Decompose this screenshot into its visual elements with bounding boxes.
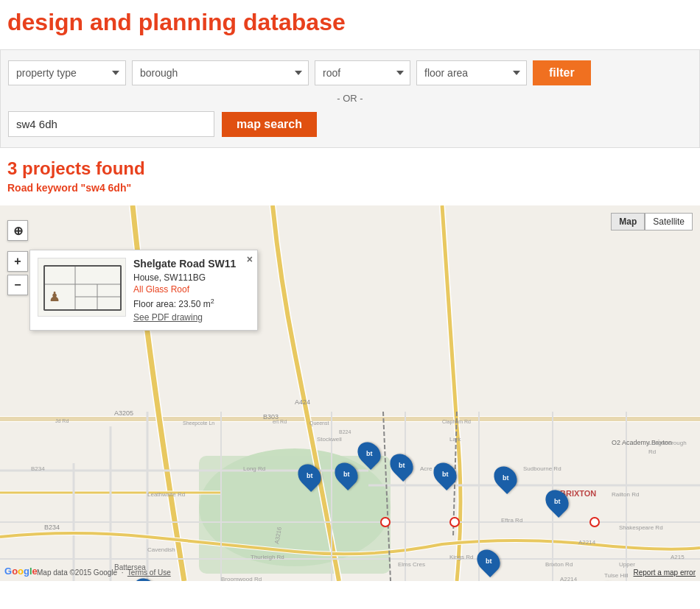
search-input[interactable] [8,111,214,137]
popup-roof-type: All Glass Roof [133,284,236,295]
svg-point-34 [590,518,599,527]
popup-close-button[interactable]: × [247,253,253,265]
map-marker-6[interactable]: bt [495,465,516,490]
google-logo: Google [4,566,38,577]
keyword-prefix: Road keyword [7,182,81,194]
map-footer: Report a map error [634,568,696,577]
svg-text:Shakespeare Rd: Shakespeare Rd [619,524,663,531]
svg-text:Leathwaite Rd: Leathwaite Rd [147,491,185,498]
property-type-select[interactable]: property type [8,60,126,85]
svg-text:Long Rd: Long Rd [243,465,265,472]
map-data-label: Map data ©2015 Google [37,568,117,577]
terms-of-use[interactable]: Terms of Use [127,568,171,577]
results-count: 3 projects found [7,158,693,179]
svg-text:A2214: A2214 [560,576,578,581]
svg-text:B234: B234 [44,524,60,531]
svg-text:Tulse Hill: Tulse Hill [604,572,629,579]
svg-text:Clapham Rd: Clapham Rd [442,419,471,425]
map-marker-5[interactable]: bt [435,462,455,487]
svg-rect-85 [38,258,126,317]
popup-image: ♟ [38,258,126,317]
svg-text:Rd: Rd [648,448,656,455]
svg-text:ert Rd: ert Rd [273,419,287,424]
zoom-in-button[interactable]: + [7,251,28,272]
svg-text:♟: ♟ [49,289,60,304]
svg-text:Brixton Rd: Brixton Rd [545,561,573,568]
svg-text:Queenst: Queenst [309,420,329,426]
svg-text:Jd Rd: Jd Rd [55,418,69,423]
map-controls: ⊕ + − [7,220,28,295]
results-section: 3 projects found Road keyword "sw4 6dh" [0,148,700,205]
svg-text:Loughborough: Loughborough [648,440,687,446]
popup-content: Shelgate Road SW11 House, SW111BG All Gl… [133,258,236,323]
zoom-out-button[interactable]: − [7,275,28,295]
svg-text:Upper: Upper [619,561,635,568]
svg-text:Eftra Rd: Eftra Rd [501,517,522,524]
map-popup: × ♟ Shelgate Road SW11 Hous [29,250,258,331]
popup-property-type: House, SW111BG [133,272,236,283]
page-title: design and planning database [7,9,693,36]
filter-dropdowns-row: property type borough roof floor area fi… [8,60,692,85]
map-marker-2[interactable]: bt [391,453,412,478]
page-header: design and planning database [0,0,700,49]
or-divider: - OR - [8,93,692,104]
svg-text:Cavendish: Cavendish [147,546,175,553]
borough-select[interactable]: borough [132,60,309,85]
results-keyword: Road keyword "sw4 6dh" [7,182,693,194]
svg-text:Railton Rd: Railton Rd [612,491,639,498]
svg-point-33 [450,518,459,527]
svg-text:A3205: A3205 [114,409,133,417]
map-container[interactable]: A3205 A3030 B234 B303 A424 BRIXTON Claph… [0,205,700,581]
svg-text:A424: A424 [295,398,310,406]
svg-text:A215: A215 [671,554,685,560]
map-marker-8[interactable]: bt [478,549,499,574]
svg-text:Sheepcote Ln: Sheepcote Ln [183,420,214,426]
map-type-map-button[interactable]: Map [611,213,645,230]
pan-button[interactable]: ⊕ [7,220,28,241]
popup-title: Shelgate Road SW11 [133,258,236,270]
svg-rect-2 [199,456,391,574]
popup-see-pdf[interactable]: See PDF drawing [133,312,236,323]
map-search-button[interactable]: map search [222,112,317,137]
map-marker-1[interactable]: bt [359,441,379,466]
keyword-value: "sw4 6dh" [81,182,132,194]
svg-text:Broomwood Rd: Broomwood Rd [221,576,262,581]
map-marker-11[interactable]: bt [135,577,155,581]
roof-select[interactable]: roof [315,60,410,85]
map-type-controls: Map Satellite [611,213,693,230]
map-marker-4[interactable]: bt [299,463,320,488]
svg-text:B224: B224 [339,429,351,434]
svg-text:B234: B234 [31,465,45,472]
svg-text:Lark: Lark [449,436,462,443]
popup-floor-area-label: Floor area: 23.50 m [133,299,211,309]
svg-text:Kings Rd: Kings Rd [449,554,473,560]
report-map-error[interactable]: Report a map error [634,568,696,577]
filter-bar: property type borough roof floor area fi… [0,49,700,148]
map-marker-7[interactable]: bt [547,489,567,514]
popup-floor-area: Floor area: 23.50 m2 [133,298,236,309]
map-marker-3[interactable]: bt [336,462,357,487]
floor-area-select[interactable]: floor area [416,60,527,85]
svg-text:Elms Cres: Elms Cres [398,561,425,568]
svg-text:Sudbourne Rd: Sudbourne Rd [523,465,561,472]
svg-text:Stockwell: Stockwell [317,436,342,443]
popup-floor-area-sup: 2 [211,298,214,305]
svg-text:A2214: A2214 [578,539,596,546]
filter-button[interactable]: filter [533,60,591,85]
map-data-text: Map data ©2015 Google · Terms of Use [37,568,171,577]
search-row: map search [8,111,692,137]
svg-text:Thurleigh Rd: Thurleigh Rd [251,554,284,560]
svg-point-32 [381,518,390,527]
map-type-satellite-button[interactable]: Satellite [645,213,693,230]
